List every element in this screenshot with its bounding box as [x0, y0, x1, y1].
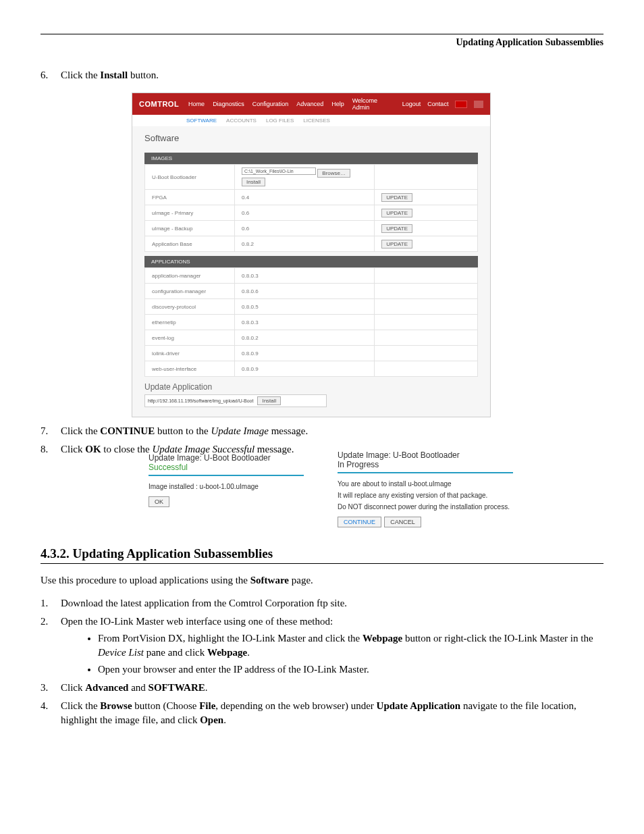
contact-link[interactable]: Contact [427, 101, 448, 107]
status-bar: http://192.168.11.199/software/img_uploa… [144, 394, 327, 407]
table-row: iolink-driver0.8.0.9 [145, 346, 478, 361]
lang-dropdown-icon[interactable] [474, 101, 483, 108]
step-3: 3. Click Advanced and SOFTWARE. [41, 681, 603, 695]
nav-configuration[interactable]: Configuration [252, 101, 289, 107]
logo: COMTROL [139, 100, 179, 108]
table-row: application-manager0.8.0.3 [145, 268, 478, 284]
nav-help[interactable]: Help [331, 101, 344, 107]
table-row: discovery-protocol0.8.0.5 [145, 299, 478, 315]
update-button[interactable]: UPDATE [381, 193, 412, 202]
subnav-software[interactable]: SOFTWARE [186, 118, 217, 124]
dialog-rule [338, 472, 513, 473]
bullet-a: From PortVision DX, highlight the IO-Lin… [98, 631, 603, 660]
top-nav: COMTROL Home Diagnostics Configuration A… [132, 93, 490, 115]
apps-table: application-manager0.8.0.3 configuration… [144, 267, 478, 377]
nav-advanced[interactable]: Advanced [296, 101, 323, 107]
flag-icon[interactable] [455, 101, 467, 108]
update-button[interactable]: UPDATE [381, 224, 412, 233]
images-header: IMAGES [144, 153, 478, 164]
apps-header: APPLICATIONS [144, 256, 478, 267]
step-text: button. [128, 70, 159, 80]
ok-button[interactable]: OK [149, 496, 169, 507]
step-8: 8. Click OK to close the Update Image Su… [41, 442, 603, 457]
subnav-accounts[interactable]: ACCOUNTS [226, 118, 257, 124]
table-row: configuration-manager0.8.0.6 [145, 284, 478, 299]
step-1: 1. Download the latest application from … [41, 596, 603, 610]
status-url: http://192.168.11.199/software/img_uploa… [148, 398, 253, 403]
table-row: FPGA0.4UPDATE [145, 190, 478, 205]
step-4: 4. Click the Browse button (Choose File,… [41, 699, 603, 727]
page-header-title: Updating Application Subassemblies [41, 37, 603, 48]
step-number: 6. [41, 68, 48, 82]
step-7: 7. Click the CONTINUE button to the Upda… [41, 424, 603, 438]
step-6: 6. Click the Install button. [41, 68, 603, 82]
table-row: uImage - Primary0.6UPDATE [145, 205, 478, 221]
software-page-screenshot: COMTROL Home Diagnostics Configuration A… [132, 93, 491, 417]
nav-home[interactable]: Home [188, 101, 205, 107]
row-name: U-Boot Bootloader [145, 165, 235, 190]
dialog-body: Image installed : u-boot-1.00.uImage [149, 483, 304, 490]
logout-link[interactable]: Logout [402, 101, 421, 107]
table-row: web-user-interface0.8.0.9 [145, 361, 478, 377]
file-input[interactable]: C:\1_Work_Files\IO-Lin [242, 167, 316, 175]
sub-nav: SOFTWARE ACCOUNTS LOG FILES LICENSES [132, 115, 490, 126]
update-app-title: Update Application [144, 382, 478, 392]
header-rule [41, 34, 603, 34]
bullet-b: Open your browser and enter the IP addre… [98, 662, 603, 677]
update-button[interactable]: UPDATE [381, 240, 412, 249]
section-heading: 4.3.2. Updating Application Subassemblie… [41, 546, 603, 564]
table-row: Application Base0.8.2UPDATE [145, 236, 478, 252]
install-button[interactable]: Install [242, 178, 265, 186]
continue-button[interactable]: CONTINUE [338, 517, 381, 527]
nav-diagnostics[interactable]: Diagnostics [213, 101, 244, 107]
images-table: U-Boot Bootloader C:\1_Work_Files\IO-Lin… [144, 164, 478, 252]
table-row: uImage - Backup0.6UPDATE [145, 221, 478, 236]
cancel-button[interactable]: CANCEL [384, 517, 421, 527]
step-text: Click the [61, 70, 100, 80]
subnav-logfiles[interactable]: LOG FILES [266, 118, 294, 124]
dialog-successful: Update Image: U-Boot Bootloader Successf… [149, 453, 304, 507]
welcome-label: Welcome Admin [352, 97, 396, 111]
step-2: 2. Open the IO-Link Master web interface… [41, 615, 603, 677]
table-row: ethernetip0.8.0.3 [145, 315, 478, 330]
table-row: event-log0.8.0.2 [145, 330, 478, 346]
intro-paragraph: Use this procedure to upload application… [41, 575, 603, 586]
browse-button[interactable]: Browse… [317, 169, 350, 178]
install-button[interactable]: Install [257, 396, 281, 405]
update-button[interactable]: UPDATE [381, 209, 412, 217]
install-button-ref: Install [100, 70, 128, 80]
table-row: U-Boot Bootloader C:\1_Work_Files\IO-Lin… [145, 165, 478, 190]
subnav-licenses[interactable]: LICENSES [303, 118, 330, 124]
dialog-rule [149, 475, 304, 476]
dialog-inprogress: Update Image: U-Boot Bootloader In Progr… [338, 450, 513, 527]
panel-title: Software [144, 133, 478, 143]
